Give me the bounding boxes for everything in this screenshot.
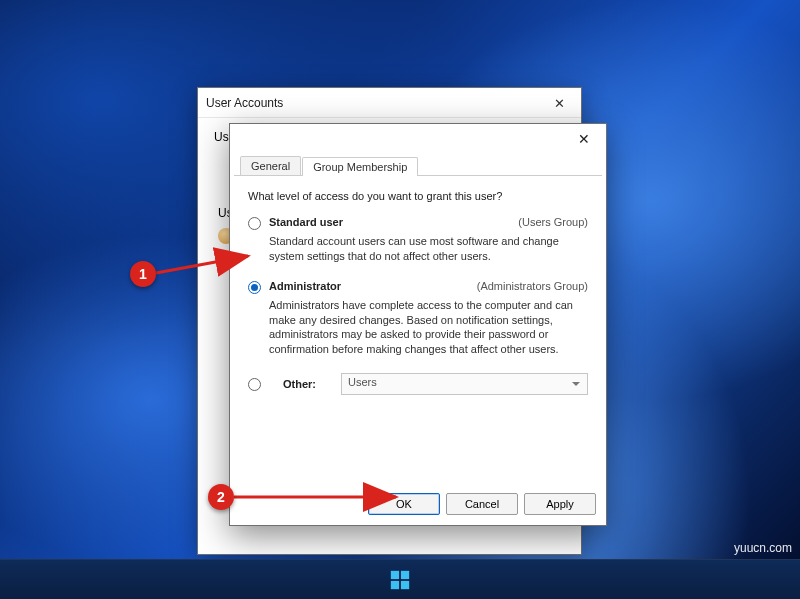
other-group-selected: Users [348,376,377,388]
standard-user-group: (Users Group) [518,216,588,228]
radio-administrator[interactable] [248,281,261,294]
watermark: yuucn.com [734,541,792,555]
svg-rect-5 [401,580,409,588]
group-membership-dialog: ✕ General Group Membership What level of… [229,123,607,526]
dialog-button-row: OK Cancel Apply [368,493,596,515]
other-label[interactable]: Other: [283,378,327,390]
tabstrip: General Group Membership [234,154,602,176]
standard-user-label[interactable]: Standard user [269,216,518,228]
annotation-marker-1: 1 [130,261,156,287]
user-accounts-titlebar[interactable]: User Accounts ✕ [198,88,581,118]
cancel-button[interactable]: Cancel [446,493,518,515]
properties-titlebar[interactable]: ✕ [230,124,606,154]
close-icon[interactable]: ✕ [562,124,606,154]
start-button[interactable] [380,560,420,600]
svg-rect-3 [401,570,409,578]
administrator-label[interactable]: Administrator [269,280,477,292]
windows-logo-icon [389,569,411,591]
svg-rect-4 [391,580,399,588]
svg-rect-2 [391,570,399,578]
apply-button[interactable]: Apply [524,493,596,515]
radio-other[interactable] [248,378,261,391]
desktop-root: User Accounts ✕ User Us ✕ General Group … [0,0,800,599]
close-icon[interactable]: ✕ [537,88,581,118]
tab-general[interactable]: General [240,156,301,175]
annotation-marker-2: 2 [208,484,234,510]
radio-standard-user[interactable] [248,217,261,230]
ok-button[interactable]: OK [368,493,440,515]
taskbar[interactable] [0,559,800,599]
group-membership-content: What level of access do you want to gran… [230,176,606,405]
other-group-select[interactable]: Users [341,373,588,395]
administrator-group: (Administrators Group) [477,280,588,292]
tab-group-membership[interactable]: Group Membership [302,157,418,176]
standard-user-desc: Standard account users can use most soft… [269,234,588,264]
access-prompt: What level of access do you want to gran… [248,190,588,202]
user-accounts-title: User Accounts [206,96,283,110]
administrator-desc: Administrators have complete access to t… [269,298,588,357]
